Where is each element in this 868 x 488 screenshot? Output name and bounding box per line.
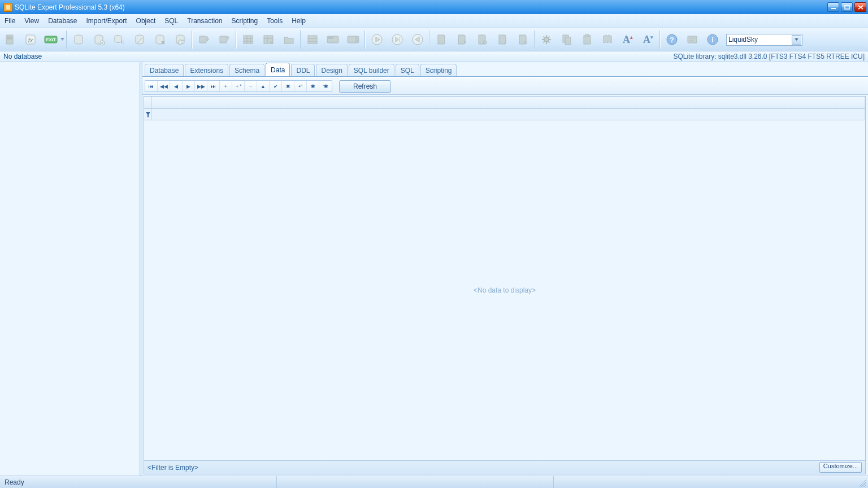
copy-icon[interactable] [558, 30, 576, 49]
status-ready: Ready [0, 476, 277, 488]
tab-schema[interactable]: Schema [229, 64, 264, 76]
tab-design[interactable]: Design [316, 64, 347, 76]
nav-first-icon[interactable]: ⏮ [145, 81, 158, 91]
nav-next-icon[interactable]: ▶ [183, 81, 195, 91]
tab-data[interactable]: Data [266, 63, 290, 76]
svg-rect-37 [565, 37, 571, 45]
toolbar-separator [300, 30, 301, 49]
nav-edit-icon[interactable]: ▲ [257, 81, 270, 91]
close-database-icon[interactable] [151, 30, 169, 49]
nav-next-page-icon[interactable]: ▶▶ [195, 81, 207, 91]
about-icon[interactable]: i [704, 30, 722, 49]
menu-tools[interactable]: Tools [262, 14, 287, 28]
grid-indicator-header [144, 97, 152, 109]
tab-sql[interactable]: SQL [396, 64, 419, 76]
settings-icon[interactable] [537, 30, 555, 49]
new-table-icon[interactable] [239, 30, 257, 49]
database-tree-sidebar[interactable] [0, 62, 140, 476]
book-icon[interactable] [598, 30, 617, 49]
nav-append-icon[interactable]: ＋* [232, 81, 245, 91]
data-grid[interactable]: <No data to display> <Filter is Empty> C… [144, 96, 866, 474]
new-database-icon[interactable] [90, 30, 108, 49]
sqlite-library-label: SQLite library: sqlite3.dll 3.26.0 [FTS3… [673, 53, 868, 60]
font-smaller-icon[interactable]: A▾ [639, 30, 657, 49]
step-icon[interactable] [388, 30, 406, 49]
toolbar-separator [659, 30, 661, 49]
menu-sql[interactable]: SQL [160, 14, 183, 28]
tab-database[interactable]: Database [145, 64, 184, 76]
exit-icon[interactable]: EXIT [42, 30, 60, 49]
script-star-icon[interactable] [473, 30, 491, 49]
function-icon[interactable]: fx [21, 30, 40, 49]
keyboard-icon[interactable] [324, 30, 342, 49]
svg-rect-31 [399, 37, 400, 42]
menu-import-export[interactable]: Import/Export [82, 14, 132, 28]
nav-prior-page-icon[interactable]: ◀◀ [158, 81, 170, 91]
theme-selector[interactable]: LiquidSky [726, 34, 802, 46]
resize-grip-icon[interactable] [857, 478, 866, 487]
remove-database-icon[interactable] [131, 30, 149, 49]
import-icon[interactable] [195, 30, 213, 49]
svg-rect-16 [199, 36, 206, 43]
grid-filter-cells[interactable] [152, 109, 865, 120]
grid-footer: <Filter is Empty> Customize... [144, 460, 865, 474]
tab-scripting[interactable]: Scripting [420, 64, 457, 76]
tab-sql-builder[interactable]: SQL builder [349, 64, 394, 76]
nav-post-icon[interactable]: ✔ [270, 81, 282, 91]
maximize-button[interactable] [841, 2, 853, 12]
menu-object[interactable]: Object [132, 14, 160, 28]
menu-file[interactable]: File [0, 14, 20, 28]
menu-database[interactable]: Database [44, 14, 81, 28]
info-bar: No database SQLite library: sqlite3.dll … [0, 51, 868, 62]
export-icon[interactable] [215, 30, 233, 49]
tab-ddl[interactable]: DDL [291, 64, 315, 76]
svg-rect-3 [7, 37, 12, 37]
open-database-icon[interactable] [70, 30, 88, 49]
svg-point-34 [483, 41, 487, 44]
script-saveas-icon[interactable] [493, 30, 511, 49]
svg-rect-1 [845, 6, 849, 9]
nav-delete-icon[interactable]: － [245, 81, 257, 91]
nav-refresh-icon[interactable]: ↶ [294, 81, 307, 91]
filter-funnel-icon[interactable] [144, 109, 152, 120]
help-icon[interactable]: ? [663, 30, 681, 49]
customize-button[interactable]: Customize... [819, 462, 862, 473]
run-icon[interactable] [368, 30, 386, 49]
nav-last-icon[interactable]: ⏭ [207, 81, 220, 91]
nav-cancel-icon[interactable]: ✖ [282, 81, 294, 91]
nav-prior-icon[interactable]: ◀ [170, 81, 183, 91]
table-props-icon[interactable] [303, 30, 322, 49]
tab-extensions[interactable]: Extensions [185, 64, 228, 76]
grid-columns-header [152, 97, 865, 109]
menu-help[interactable]: Help [287, 14, 310, 28]
toolbar-dropdown[interactable] [60, 30, 65, 49]
refresh-button[interactable]: Refresh [339, 80, 391, 93]
svg-rect-24 [332, 37, 333, 38]
script-doc-icon[interactable] [432, 30, 450, 49]
nav-bookmark-icon[interactable]: ✱ [307, 81, 319, 91]
font-larger-icon[interactable]: A▴ [619, 30, 637, 49]
menu-bar: File View Database Import/Export Object … [0, 14, 868, 28]
minimize-button[interactable] [827, 2, 839, 12]
close-button[interactable] [854, 2, 866, 12]
open-folder-icon[interactable] [280, 30, 298, 49]
script-remove-icon[interactable] [514, 30, 532, 49]
attach-database-icon[interactable] [110, 30, 128, 49]
delete-table-icon[interactable] [259, 30, 277, 49]
new-script-icon[interactable] [1, 30, 19, 49]
script-add-icon[interactable] [453, 30, 471, 49]
nav-goto-bookmark-icon[interactable]: '✱ [319, 81, 332, 91]
stop-icon[interactable] [409, 30, 427, 49]
toolbar-separator [192, 30, 193, 49]
menu-transaction[interactable]: Transaction [183, 14, 227, 28]
main-toolbar: fx EXIT A▴ A▾ ? i LiquidSky [0, 28, 868, 51]
keyboard-run-icon[interactable] [344, 30, 362, 49]
register-icon[interactable] [683, 30, 701, 49]
paste-icon[interactable] [578, 30, 596, 49]
grid-filter-row[interactable] [144, 109, 865, 120]
refresh-database-icon[interactable] [171, 30, 189, 49]
menu-view[interactable]: View [20, 14, 44, 28]
nav-insert-icon[interactable]: ＋ [220, 81, 232, 91]
menu-scripting[interactable]: Scripting [227, 14, 263, 28]
content-pane: Database Extensions Schema Data DDL Desi… [142, 62, 868, 476]
